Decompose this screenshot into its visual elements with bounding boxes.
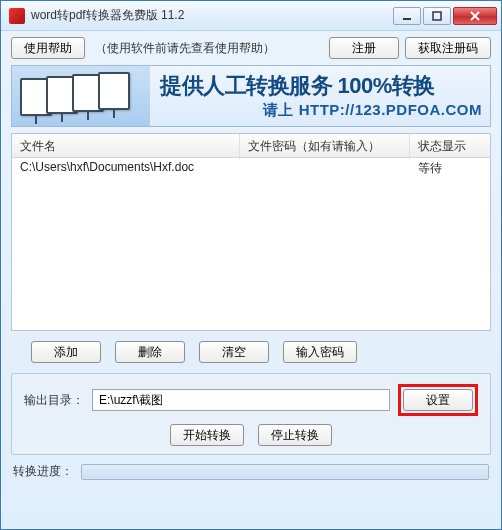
clear-button[interactable]: 清空 <box>199 341 269 363</box>
output-label: 输出目录： <box>24 392 84 409</box>
progress-row: 转换进度： <box>11 461 491 482</box>
client-area: 使用帮助 （使用软件前请先查看使用帮助） 注册 获取注册码 提供人工转换服务 1… <box>1 31 501 529</box>
list-body: C:\Users\hxf\Documents\Hxf.doc 等待 <box>12 158 490 330</box>
top-toolbar: 使用帮助 （使用软件前请先查看使用帮助） 注册 获取注册码 <box>11 37 491 59</box>
cell-status: 等待 <box>410 158 490 178</box>
window-title: word转pdf转换器免费版 11.2 <box>31 7 393 24</box>
maximize-button[interactable] <box>423 7 451 25</box>
titlebar: word转pdf转换器免费版 11.2 <box>1 1 501 31</box>
list-header: 文件名 文件密码（如有请输入） 状态显示 <box>12 134 490 158</box>
start-convert-button[interactable]: 开始转换 <box>170 424 244 446</box>
col-status[interactable]: 状态显示 <box>410 134 490 159</box>
delete-button[interactable]: 删除 <box>115 341 185 363</box>
close-button[interactable] <box>453 7 497 25</box>
file-list: 文件名 文件密码（如有请输入） 状态显示 C:\Users\hxf\Docume… <box>11 133 491 331</box>
banner-graphic <box>12 66 150 126</box>
progress-label: 转换进度： <box>13 463 73 480</box>
settings-highlight: 设置 <box>398 384 478 416</box>
settings-button[interactable]: 设置 <box>403 389 473 411</box>
window-controls <box>393 7 497 25</box>
close-icon <box>469 11 481 21</box>
minimize-icon <box>402 11 412 21</box>
add-button[interactable]: 添加 <box>31 341 101 363</box>
output-row: 输出目录： 设置 <box>24 384 478 416</box>
register-button[interactable]: 注册 <box>329 37 399 59</box>
file-action-row: 添加 删除 清空 输入密码 <box>11 337 491 367</box>
app-window: word转pdf转换器免费版 11.2 使用帮助 （使用软件前请先查看使用帮助）… <box>0 0 502 530</box>
cell-file: C:\Users\hxf\Documents\Hxf.doc <box>12 158 240 178</box>
help-button[interactable]: 使用帮助 <box>11 37 85 59</box>
table-row[interactable]: C:\Users\hxf\Documents\Hxf.doc 等待 <box>12 158 490 178</box>
col-password[interactable]: 文件密码（如有请输入） <box>240 134 410 159</box>
minimize-button[interactable] <box>393 7 421 25</box>
output-path-input[interactable] <box>92 389 390 411</box>
svg-rect-1 <box>433 12 441 20</box>
app-icon <box>9 8 25 24</box>
promo-banner: 提供人工转换服务 100%转换 请上 HTTP://123.PDFOA.COM <box>11 65 491 127</box>
output-group: 输出目录： 设置 开始转换 停止转换 <box>11 373 491 455</box>
input-password-button[interactable]: 输入密码 <box>283 341 357 363</box>
progress-bar <box>81 464 489 480</box>
banner-headline: 提供人工转换服务 100%转换 <box>160 74 482 98</box>
convert-row: 开始转换 停止转换 <box>24 424 478 446</box>
banner-subline: 请上 HTTP://123.PDFOA.COM <box>160 101 482 120</box>
stop-convert-button[interactable]: 停止转换 <box>258 424 332 446</box>
cell-password <box>240 158 410 178</box>
col-file[interactable]: 文件名 <box>12 134 240 159</box>
maximize-icon <box>432 11 442 21</box>
get-code-button[interactable]: 获取注册码 <box>405 37 491 59</box>
usage-hint: （使用软件前请先查看使用帮助） <box>95 40 275 57</box>
banner-text: 提供人工转换服务 100%转换 请上 HTTP://123.PDFOA.COM <box>150 66 490 126</box>
